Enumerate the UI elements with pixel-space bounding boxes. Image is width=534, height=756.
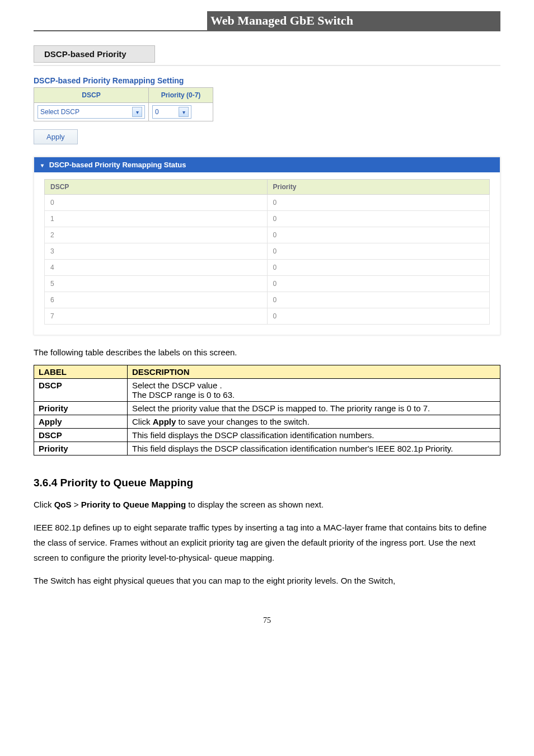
chevron-down-icon: ▾ — [179, 107, 189, 117]
status-cell-dscp: 2 — [45, 227, 268, 243]
section-para3: The Switch has eight physical queues tha… — [34, 573, 500, 588]
status-panel: ▾ DSCP-based Priority Remapping Status D… — [34, 157, 500, 335]
status-col-priority: Priority — [267, 180, 490, 195]
ptq-bold: Priority to Queue Mapping — [81, 500, 186, 509]
desc-cell-description: Select the priority value that the DSCP … — [128, 402, 500, 415]
status-cell-priority: 0 — [267, 211, 490, 227]
status-cell-dscp: 0 — [45, 195, 268, 211]
table-row: 40 — [45, 260, 490, 276]
section-line1: Click QoS > Priority to Queue Mapping to… — [34, 497, 500, 512]
status-cell-dscp: 3 — [45, 243, 268, 260]
status-col-dscp: DSCP — [45, 180, 268, 195]
table-row: 70 — [45, 308, 490, 325]
status-cell-priority: 0 — [267, 195, 490, 211]
desc-cell-label: Priority — [34, 402, 128, 415]
status-cell-priority: 0 — [267, 227, 490, 243]
status-table: DSCP Priority 0010203040506070 — [44, 179, 490, 325]
desc-cell-label: DSCP — [34, 379, 128, 402]
priority-select[interactable]: 0 ▾ — [152, 105, 191, 119]
desc-header-label: LABEL — [34, 365, 128, 379]
desc-cell-description: Select the DSCP value . The DSCP range i… — [128, 379, 500, 402]
status-cell-priority: 0 — [267, 292, 490, 308]
dscp-select[interactable]: Select DSCP ▾ — [38, 105, 145, 119]
desc-intro: The following table describes the labels… — [34, 348, 500, 357]
desc-cell-label: Apply — [34, 415, 128, 429]
status-title: DSCP-based Priority Remapping Status — [49, 161, 186, 169]
section-para2: IEEE 802.1p defines up to eight separate… — [34, 520, 500, 565]
dscp-select-value: Select DSCP — [40, 108, 79, 116]
status-cell-priority: 0 — [267, 260, 490, 276]
status-cell-priority: 0 — [267, 308, 490, 325]
description-table: LABEL DESCRIPTION DSCPSelect the DSCP va… — [34, 365, 500, 456]
collapse-icon: ▾ — [41, 162, 44, 168]
table-row: 50 — [45, 276, 490, 292]
desc-cell-label: Priority — [34, 442, 128, 456]
dscp-priority-tab: DSCP-based Priority — [34, 45, 155, 63]
table-row: 10 — [45, 211, 490, 227]
table-row: DSCPThis field displays the DSCP classif… — [34, 429, 500, 442]
table-row: 20 — [45, 227, 490, 243]
status-header[interactable]: ▾ DSCP-based Priority Remapping Status — [34, 157, 500, 172]
status-cell-dscp: 6 — [45, 292, 268, 308]
setting-title: DSCP-based Priority Remapping Setting — [34, 76, 500, 85]
banner-underline — [34, 30, 500, 31]
table-row: PrioritySelect the priority value that t… — [34, 402, 500, 415]
page-number: 75 — [34, 616, 500, 625]
table-row: 30 — [45, 243, 490, 260]
tab-underline — [34, 65, 500, 66]
table-row: DSCPSelect the DSCP value . The DSCP ran… — [34, 379, 500, 402]
desc-cell-description: This field displays the DSCP classificat… — [128, 429, 500, 442]
page-banner: Web Managed GbE Switch — [207, 11, 500, 30]
setting-col-priority: Priority (0-7) — [149, 88, 213, 103]
table-row: 60 — [45, 292, 490, 308]
section-heading: 3.6.4 Priority to Queue Mapping — [34, 477, 500, 489]
setting-table: DSCP Priority (0-7) Select DSCP ▾ 0 ▾ — [34, 87, 213, 121]
text: Click — [34, 500, 54, 509]
text: to display the screen as shown next. — [186, 500, 324, 509]
table-row: 00 — [45, 195, 490, 211]
status-cell-dscp: 7 — [45, 308, 268, 325]
text: > — [72, 500, 81, 509]
desc-cell-label: DSCP — [34, 429, 128, 442]
desc-cell-description: Click Apply to save your changes to the … — [128, 415, 500, 429]
table-row: PriorityThis field displays the DSCP cla… — [34, 442, 500, 456]
status-cell-priority: 0 — [267, 243, 490, 260]
table-row: ApplyClick Apply to save your changes to… — [34, 415, 500, 429]
status-cell-dscp: 1 — [45, 211, 268, 227]
priority-select-value: 0 — [155, 108, 159, 116]
status-cell-priority: 0 — [267, 276, 490, 292]
desc-cell-description: This field displays the DSCP classificat… — [128, 442, 500, 456]
desc-header-description: DESCRIPTION — [128, 365, 500, 379]
status-cell-dscp: 4 — [45, 260, 268, 276]
chevron-down-icon: ▾ — [132, 107, 142, 117]
setting-col-dscp: DSCP — [34, 88, 149, 103]
qos-bold: QoS — [54, 500, 72, 509]
status-cell-dscp: 5 — [45, 276, 268, 292]
apply-button[interactable]: Apply — [34, 129, 78, 144]
